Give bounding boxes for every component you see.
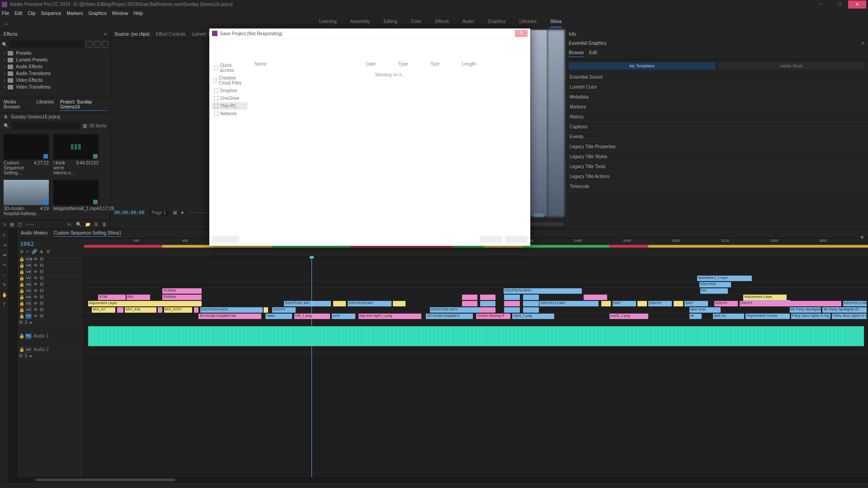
lock-icon[interactable]: 🔒 [19, 257, 24, 262]
effects-search-input[interactable] [9, 41, 84, 48]
nav-network[interactable]: Network [212, 110, 247, 117]
video-track-header[interactable]: 🔒V3👁M [17, 300, 84, 307]
timeline-clip[interactable]: post3_1.png [609, 314, 649, 319]
timeline-clip[interactable]: night_1.png [512, 314, 555, 319]
video-track-lane[interactable] [84, 263, 868, 269]
track-target[interactable]: V9 [25, 263, 32, 268]
timeline-clip[interactable]: MVI_07 [92, 307, 115, 313]
timeline-clip[interactable]: MVI_433 [125, 307, 156, 313]
workspace-assembly[interactable]: Assembly [350, 19, 370, 28]
timeline-clip[interactable]: Circlex Moving R [476, 314, 510, 319]
video-track-header[interactable]: 🔒V6👁M [17, 282, 84, 288]
tab-effect-controls[interactable]: Effect Controls [156, 32, 185, 37]
track-lanes[interactable]: speedlined_1.mp4DSCF5225138slsDSCF5176.M… [84, 256, 868, 477]
track-target[interactable]: V6 [25, 282, 32, 287]
workspace-libraries[interactable]: Libraries [519, 19, 537, 28]
track-target[interactable]: V1 [25, 314, 32, 319]
timeline-clip[interactable] [480, 301, 496, 306]
sort-icon[interactable]: ≡↓ [67, 222, 72, 227]
eye-icon[interactable]: 👁 [33, 314, 38, 319]
panel-metadata[interactable]: Metadata [565, 92, 868, 102]
timeline-clip[interactable]: DSCF5 [740, 301, 841, 306]
record-icon[interactable]: ● [29, 320, 32, 325]
panel-markers[interactable]: Markers [565, 102, 868, 112]
mute-icon[interactable]: M [40, 288, 44, 293]
panel-timecode[interactable]: Timecode [565, 182, 868, 192]
icon-view-icon[interactable]: ▦ [10, 222, 14, 227]
eye-icon[interactable]: 👁 [33, 307, 38, 312]
timeline-clip[interactable] [674, 301, 683, 306]
timeline-clip[interactable] [480, 295, 496, 300]
timeline-clip[interactable]: DSCF5 [272, 307, 296, 313]
mute-icon[interactable]: M [40, 263, 44, 268]
video-track-header[interactable]: 🔒V8👁M [17, 269, 84, 275]
adobe-stock-button[interactable]: Adobe Stock [718, 62, 864, 70]
list-view-icon[interactable]: ≡ [4, 222, 6, 227]
timeline-clip[interactable]: day and night_1.png [359, 314, 421, 319]
eye-icon[interactable]: 👁 [33, 288, 38, 293]
lock-icon[interactable]: 🔒 [19, 347, 24, 352]
panel-legacy-title-properties[interactable]: Legacy Title Properties [565, 142, 868, 152]
solo-icon[interactable]: S [24, 353, 28, 358]
track-target[interactable]: A2 [25, 347, 32, 352]
timeline-clip[interactable] [523, 301, 539, 306]
timeline-clip[interactable]: DSCF5181.MO [284, 301, 331, 306]
lock-icon[interactable]: 🔒 [19, 314, 24, 319]
workspace-learning[interactable]: Learning [319, 19, 337, 28]
playhead[interactable] [311, 256, 312, 477]
eye-icon[interactable]: 👁 [33, 269, 38, 274]
timeline-clip[interactable]: 4K Party Spotlights Di [790, 307, 821, 313]
workspace-color[interactable]: Color [411, 19, 422, 28]
timeline-clip[interactable]: DSCF5195.MO [348, 301, 392, 306]
timeline-clip[interactable]: 600 [127, 295, 150, 300]
linked-selection-icon[interactable]: 🔗 [32, 249, 37, 254]
eg-tab-browse[interactable]: Browse [569, 50, 584, 57]
menu-window[interactable]: Window [112, 11, 128, 16]
eye-icon[interactable]: 👁 [33, 276, 38, 281]
timeline-clip[interactable]: Adjustment Layer [88, 301, 202, 306]
workspace-overflow-icon[interactable]: » [862, 0, 865, 6]
program-add-button-icon[interactable]: ＋ [859, 233, 865, 241]
col-name[interactable]: Name [255, 61, 267, 66]
page-indicator[interactable]: Page 1 [149, 210, 169, 216]
playhead-handle-icon[interactable] [310, 256, 314, 258]
mute-icon[interactable]: M [40, 282, 44, 287]
dialog-cancel-button[interactable] [505, 236, 528, 243]
lock-icon[interactable]: 🔒 [19, 269, 24, 274]
panel-legacy-title-actions[interactable]: Legacy Title Actions [565, 172, 868, 182]
track-target[interactable]: V4 [25, 295, 32, 300]
track-target[interactable]: V7 [25, 276, 32, 281]
timeline-clip[interactable] [158, 307, 162, 313]
effects-panel-menu-icon[interactable]: ≡ [104, 32, 107, 37]
mute-icon[interactable]: M [40, 295, 44, 300]
timeline-clip[interactable]: DSCF5211.MOV [843, 301, 867, 306]
tab-sequence[interactable]: Custom Sequence Setting Shiva1 [54, 230, 122, 237]
track-target[interactable]: A1 [25, 333, 32, 339]
effects-folder[interactable]: ›Audio Effects [2, 63, 108, 70]
snap-icon[interactable]: ⌖ [26, 249, 29, 254]
timeline-clip[interactable] [264, 307, 268, 313]
workspace-editing[interactable]: Editing [383, 19, 397, 28]
timeline-clip[interactable] [462, 307, 478, 313]
freeform-view-icon[interactable]: ◫ [18, 222, 22, 227]
type-tool-icon[interactable]: T [1, 301, 8, 308]
lock-icon[interactable]: 🔒 [19, 295, 24, 300]
settings-icon[interactable]: ⚙ [46, 249, 50, 254]
mute-icon[interactable]: M [19, 320, 23, 325]
mute-icon[interactable]: M [40, 269, 44, 274]
timeline-clip[interactable]: DSCF5 [714, 301, 738, 306]
new-item-icon[interactable]: 🗎 [94, 222, 99, 227]
video-track-header[interactable]: 🔒V1👁M [17, 313, 84, 319]
selection-tool-icon[interactable]: ↖ [1, 232, 8, 238]
effects-folder[interactable]: ›Video Effects [2, 77, 108, 84]
timeline-clip[interactable] [504, 307, 520, 313]
mute-icon[interactable]: M [40, 257, 44, 262]
lock-icon[interactable]: 🔒 [19, 288, 24, 293]
effects-folder[interactable]: ›Presets [2, 50, 108, 56]
zoom-fit-icon[interactable]: ⊞ [173, 210, 177, 215]
video-track-header[interactable]: 🔒V7👁M [17, 275, 84, 282]
mute-icon[interactable]: M [40, 314, 44, 319]
lock-icon[interactable]: 🔒 [19, 307, 24, 312]
eye-icon[interactable]: 👁 [33, 282, 38, 287]
video-track-lane[interactable]: DSCF522 [84, 282, 868, 288]
